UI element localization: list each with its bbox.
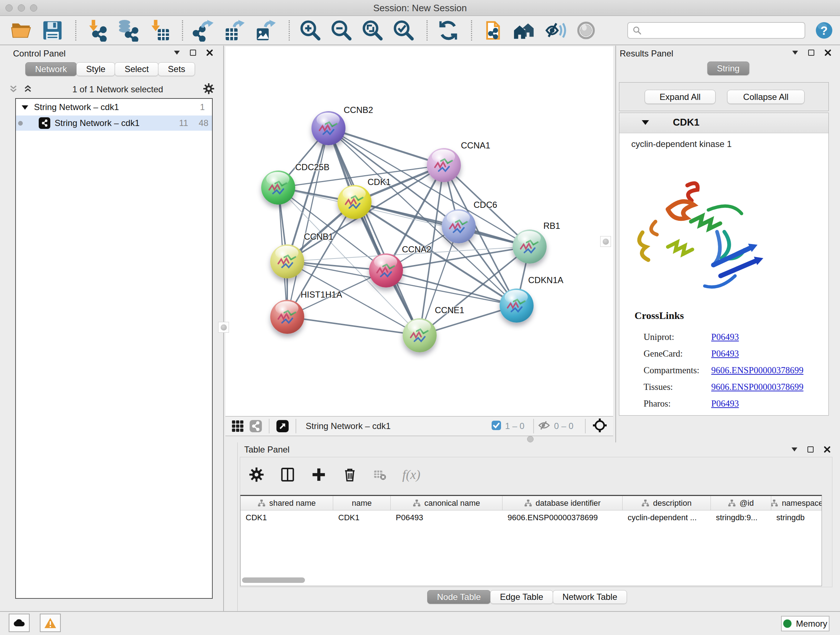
crosslink-link[interactable]: P06493 (711, 332, 739, 342)
table-horizontal-scrollbar[interactable] (242, 578, 305, 583)
network-node-cdc6[interactable] (442, 209, 476, 243)
table-panel-float-icon[interactable] (807, 447, 813, 453)
network-node-cdc25b[interactable] (261, 171, 295, 204)
memory-button[interactable]: Memory (781, 616, 829, 631)
cell--id[interactable]: stringdb:9... (711, 510, 771, 525)
table-panel-close-icon[interactable] (824, 446, 831, 453)
show-columns-icon[interactable] (280, 467, 295, 482)
tab-edge-table[interactable]: Edge Table (490, 590, 553, 604)
warnings-button[interactable] (40, 614, 61, 632)
network-node-ccna1[interactable] (427, 148, 461, 182)
column-header-shared-name[interactable]: shared name (240, 496, 333, 510)
crosslink-link[interactable]: P06493 (711, 348, 739, 359)
crosslink-link[interactable]: 9606.ENSP00000378699 (711, 365, 804, 375)
collection-expand-icon[interactable] (22, 105, 28, 113)
tab-node-table[interactable]: Node Table (427, 590, 491, 604)
tab-sets[interactable]: Sets (158, 62, 195, 76)
hidden-eye-slash-icon[interactable] (538, 420, 551, 432)
refresh-icon[interactable] (437, 19, 459, 42)
network-edge[interactable] (386, 271, 516, 306)
selected-checkbox-icon[interactable] (491, 420, 501, 432)
expand-all-button[interactable]: Expand All (645, 90, 715, 104)
export-table-icon[interactable] (224, 19, 246, 42)
network-collection-row[interactable]: String Network – cdk1 1 (16, 99, 212, 116)
cloud-button[interactable] (9, 614, 30, 632)
network-options-gear-icon[interactable] (203, 83, 215, 96)
cell-database-identifier[interactable]: 9606.ENSP00000378699 (502, 510, 622, 525)
detach-view-icon[interactable] (276, 420, 289, 432)
search-input[interactable] (627, 22, 805, 39)
help-icon[interactable]: ? (815, 21, 834, 40)
zoom-fit-icon[interactable] (362, 19, 384, 42)
column-header-namespace[interactable]: namespace (771, 496, 822, 510)
network-node-rb1[interactable] (513, 230, 546, 264)
cell-shared-name[interactable]: CDK1 (240, 510, 333, 525)
tab-network[interactable]: Network (25, 62, 77, 76)
tab-network-table[interactable]: Network Table (553, 590, 627, 604)
node-table[interactable]: shared namenamecanonical namedatabase id… (240, 495, 822, 586)
tab-string-results[interactable]: String (707, 62, 750, 75)
crosslink-link[interactable]: 9606.ENSP00000378699 (711, 382, 804, 392)
network-edge[interactable] (328, 128, 444, 165)
network-node-ccna2[interactable] (369, 253, 403, 287)
network-node-ccnb2[interactable] (311, 111, 346, 145)
control-panel-float-icon[interactable] (190, 50, 196, 56)
network-edges-layer[interactable] (225, 46, 613, 416)
hide-glass-effect-icon[interactable] (544, 19, 566, 42)
delete-column-icon[interactable] (342, 467, 357, 482)
string-home-icon[interactable] (513, 19, 535, 42)
network-node-ccnb1[interactable] (270, 244, 304, 279)
node-section-header[interactable]: CDK1 (619, 113, 829, 133)
string-protein-query-icon[interactable] (482, 19, 504, 42)
control-panel-menu-icon[interactable] (174, 51, 180, 57)
table-row[interactable]: CDK1CDK1P064939606.ENSP00000378699cyclin… (240, 510, 821, 525)
cell-canonical-name[interactable]: P06493 (391, 510, 502, 525)
column-header-database-identifier[interactable]: database identifier (502, 496, 622, 510)
string-view-icon[interactable] (249, 420, 262, 432)
results-panel-close-icon[interactable] (824, 49, 831, 56)
column-header-canonical-name[interactable]: canonical name (391, 496, 502, 510)
network-row-selected[interactable]: String Network – cdk1 11 48 (16, 116, 212, 131)
network-node-cdkn1a[interactable] (500, 288, 534, 323)
network-node-ccne1[interactable] (403, 318, 437, 352)
network-node-hist1h1a[interactable] (270, 300, 304, 334)
grid-view-icon[interactable] (231, 420, 244, 432)
tab-select[interactable]: Select (115, 62, 158, 76)
results-panel-float-icon[interactable] (808, 50, 814, 56)
zoom-out-icon[interactable] (330, 19, 353, 42)
right-splitter-handle[interactable] (600, 236, 611, 247)
network-edge[interactable] (328, 128, 420, 335)
cell-namespace[interactable]: stringdb (771, 510, 822, 525)
section-collapse-icon[interactable] (642, 120, 649, 128)
left-splitter-handle[interactable] (218, 322, 229, 333)
control-panel-close-icon[interactable] (206, 49, 213, 56)
zoom-in-icon[interactable] (299, 19, 322, 42)
network-edge[interactable] (287, 317, 420, 335)
import-network-from-database-icon[interactable] (117, 19, 139, 42)
tab-style[interactable]: Style (76, 62, 115, 76)
table-panel-menu-icon[interactable] (791, 448, 797, 454)
import-table-icon[interactable] (148, 19, 171, 42)
column-header-name[interactable]: name (333, 496, 391, 510)
collapse-all-networks-icon[interactable] (9, 84, 18, 95)
column-header--id[interactable]: @id (711, 496, 771, 510)
collapse-all-button[interactable]: Collapse All (727, 90, 805, 104)
expand-all-networks-icon[interactable] (23, 84, 33, 95)
open-session-icon[interactable] (10, 19, 33, 42)
network-node-cdk1[interactable] (338, 185, 371, 219)
save-session-icon[interactable] (41, 19, 64, 42)
results-panel-menu-icon[interactable] (792, 51, 798, 57)
birds-eye-target-icon[interactable] (592, 418, 607, 434)
export-network-icon[interactable] (193, 19, 215, 42)
crosslink-link[interactable]: P06493 (711, 399, 739, 409)
zoom-selected-icon[interactable] (393, 19, 415, 42)
import-network-icon[interactable] (86, 19, 108, 42)
cell-name[interactable]: CDK1 (333, 510, 391, 525)
network-canvas[interactable]: CCNB2CCNA1CDC25BCDK1CDC6RB1CCNB1CCNA2CDK… (225, 46, 613, 416)
column-header-description[interactable]: description (622, 496, 711, 510)
cell-description[interactable]: cyclin-dependent ... (622, 510, 711, 525)
add-column-icon[interactable] (311, 467, 326, 482)
network-edge[interactable] (287, 128, 328, 317)
table-options-gear-icon[interactable] (249, 467, 264, 482)
horizontal-splitter-handle[interactable] (527, 436, 534, 442)
